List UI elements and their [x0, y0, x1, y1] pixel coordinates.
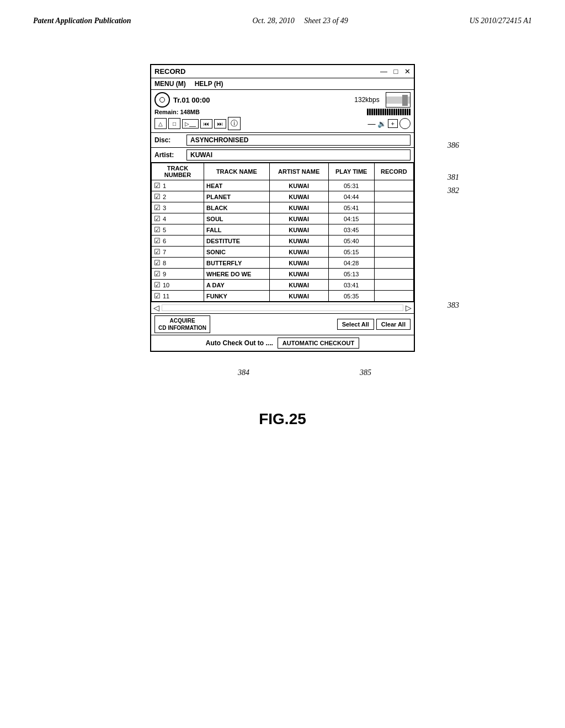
track-checkbox[interactable]: ☑ — [154, 226, 161, 234]
scroll-track[interactable] — [162, 304, 403, 311]
bottom-labels: 384 385 — [0, 368, 565, 377]
track-name: SOUL — [204, 213, 270, 224]
track-record — [374, 235, 413, 247]
ref-label-384: 384 — [238, 368, 249, 377]
track-record — [374, 224, 413, 235]
track-time: 03:41 — [328, 280, 374, 291]
track-checkbox[interactable]: ☑ — [154, 215, 161, 223]
transport-row2: Remain: 148MB — [154, 109, 411, 115]
transport-left: Tr.01 00:00 — [154, 92, 210, 108]
disc-value[interactable]: ASYNCHRONISED — [186, 135, 411, 146]
track-artist: KUWAI — [269, 258, 328, 269]
select-all-button[interactable]: Select All — [337, 319, 374, 330]
track-time: 04:15 — [328, 213, 374, 224]
track-record — [374, 269, 413, 280]
annotation-381: 381 — [447, 173, 459, 182]
table-row: ☑3BLACKKUWAI05:41 — [152, 202, 414, 213]
artist-value[interactable]: KUWAI — [186, 149, 411, 160]
info-button[interactable]: ⓘ — [228, 117, 241, 130]
track-table: TRACK NUMBER TRACK NAME ARTIST NAME PLAY… — [151, 163, 414, 302]
track-number: 11 — [163, 293, 169, 299]
track-time: 05:40 — [328, 235, 374, 247]
track-checkbox[interactable]: ☑ — [154, 192, 161, 201]
track-checkbox[interactable]: ☑ — [154, 181, 161, 190]
track-name: BLACK — [204, 202, 270, 213]
vol-minus-area: — — [368, 119, 376, 128]
patent-left-header: Patent Application Publication — [33, 17, 131, 25]
record-window: RECORD — □ ✕ MENU (M) HELP (H) — [150, 64, 415, 352]
vol-plus-button[interactable]: + — [388, 119, 398, 128]
track-checkbox[interactable]: ☑ — [154, 281, 161, 289]
track-record — [374, 180, 413, 191]
eject-button[interactable]: △ — [154, 118, 167, 129]
track-record — [374, 258, 413, 269]
track-time: 04:44 — [328, 191, 374, 202]
menu-bar: MENU (M) HELP (H) — [151, 78, 414, 90]
track-time: 05:15 — [328, 247, 374, 258]
track-record — [374, 280, 413, 291]
track-checkbox[interactable]: ☑ — [154, 248, 161, 256]
track-name: FUNKY — [204, 291, 270, 302]
menu-item-help[interactable]: HELP (H) — [195, 80, 223, 88]
track-checkbox[interactable]: ☑ — [154, 270, 161, 278]
stop-button[interactable]: □ — [168, 118, 180, 129]
table-row: ☑9WHERE DO WEKUWAI05:13 — [152, 269, 414, 280]
ref-label-385: 385 — [360, 368, 371, 377]
track-artist: KUWAI — [269, 269, 328, 280]
track-checkbox[interactable]: ☑ — [154, 237, 161, 245]
track-number: 5 — [163, 227, 166, 233]
track-number: 9 — [163, 271, 166, 277]
artist-label: Artist: — [154, 151, 182, 159]
figure-title: FIG.25 — [0, 410, 565, 428]
menu-item-menu[interactable]: MENU (M) — [154, 80, 186, 88]
track-number: 2 — [163, 194, 166, 200]
table-row: ☑11FUNKYKUWAI05:35 — [152, 291, 414, 302]
patent-header: Patent Application Publication Oct. 28, … — [0, 0, 565, 31]
track-name: DESTITUTE — [204, 235, 270, 247]
transport-row2-left: Remain: 148MB — [154, 109, 200, 115]
col-header-time: PLAY TIME — [328, 163, 374, 180]
level-meter — [367, 109, 411, 115]
table-row: ☑1HEATKUWAI05:31 — [152, 180, 414, 191]
track-record — [374, 202, 413, 213]
track-name: HEAT — [204, 180, 270, 191]
col-header-record: RECORD — [374, 163, 413, 180]
track-time: 05:31 — [328, 180, 374, 191]
cd-icon — [154, 92, 170, 108]
track-checkbox[interactable]: ☑ — [154, 204, 161, 212]
scroll-area: ◁ ▷ — [151, 302, 414, 314]
track-checkbox[interactable]: ☑ — [154, 259, 161, 267]
bottom-controls: ACQUIRECD INFORMATION Select All Clear A… — [151, 314, 414, 335]
transport-controls: △ □ ▷⎯⎯ ⏮ ⏭ ⓘ — [154, 117, 241, 130]
track-artist: KUWAI — [269, 280, 328, 291]
transport-right: 132kbps — [354, 92, 411, 108]
track-time: 05:35 — [328, 291, 374, 302]
action-buttons: Select All Clear All — [337, 319, 411, 330]
automatic-checkout-button[interactable]: AUTOMATIC CHECKOUT — [278, 338, 359, 349]
prev-button[interactable]: ⏮ — [200, 119, 212, 129]
track-time: 03:45 — [328, 224, 374, 235]
scroll-left-button[interactable]: ◁ — [153, 303, 159, 312]
play-pause-button[interactable]: ▷⎯⎯ — [182, 119, 199, 129]
col-header-name: TRACK NAME — [204, 163, 270, 180]
acquire-button[interactable]: ACQUIRECD INFORMATION — [154, 315, 210, 333]
volume-slider-box[interactable] — [386, 92, 411, 108]
track-number: 8 — [163, 260, 166, 266]
track-checkbox[interactable]: ☑ — [154, 292, 161, 300]
patent-right-header: US 2010/272415 A1 — [470, 17, 532, 25]
clear-all-button[interactable]: Clear All — [376, 319, 411, 330]
table-row: ☑7SONICKUWAI05:15 — [152, 247, 414, 258]
restore-button[interactable]: □ — [394, 67, 398, 76]
remain-label: Remain: 148MB — [154, 109, 200, 115]
minimize-button[interactable]: — — [380, 67, 387, 76]
power-button[interactable] — [399, 118, 411, 129]
scroll-right-button[interactable]: ▷ — [406, 303, 412, 312]
title-bar: RECORD — □ ✕ — [151, 65, 414, 78]
auto-checkout-label: Auto Check Out to .... — [206, 339, 273, 347]
track-name: WHERE DO WE — [204, 269, 270, 280]
track-time: 04:28 — [328, 258, 374, 269]
track-display: Tr.01 00:00 — [173, 96, 210, 104]
track-time: 05:13 — [328, 269, 374, 280]
close-button[interactable]: ✕ — [404, 67, 411, 76]
next-button[interactable]: ⏭ — [214, 119, 226, 129]
